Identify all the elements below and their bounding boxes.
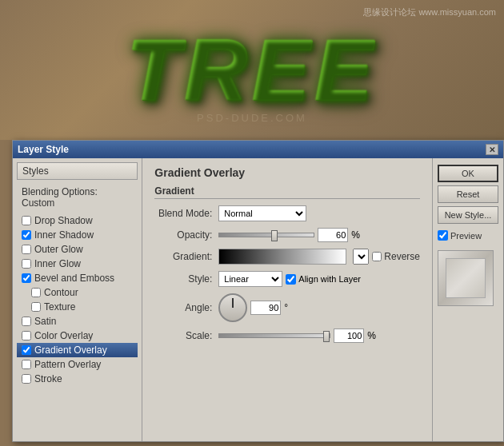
opacity-slider-thumb[interactable] xyxy=(271,230,278,241)
blending-header[interactable]: Blending Options: Custom xyxy=(17,184,138,211)
dialog-titlebar: Layer Style ✕ xyxy=(13,141,503,158)
left-panel: Styles Blending Options: Custom Drop Sha… xyxy=(13,158,142,441)
reset-button[interactable]: Reset xyxy=(438,185,498,203)
sidebar-item-outer-glow[interactable]: Outer Glow xyxy=(17,242,138,257)
gradient-label: Gradient: xyxy=(154,251,218,262)
sidebar-item-pattern-overlay[interactable]: Pattern Overlay xyxy=(17,357,138,372)
inner-shadow-check[interactable] xyxy=(22,230,31,240)
new-style-label: New Style... xyxy=(445,210,492,220)
sidebar-item-gradient-overlay[interactable]: Gradient Overlay xyxy=(17,343,138,357)
gradient-control: Reverse xyxy=(218,249,420,265)
stroke-check[interactable] xyxy=(22,374,31,384)
scale-slider-thumb[interactable] xyxy=(323,331,330,342)
drop-shadow-check[interactable] xyxy=(22,216,31,225)
bevel-emboss-check[interactable] xyxy=(22,273,31,283)
reverse-label: Reverse xyxy=(372,251,420,262)
blending-label: Blending Options: Custom xyxy=(22,186,98,209)
angle-dial[interactable] xyxy=(218,293,247,322)
preview-box-inner xyxy=(446,258,486,298)
stroke-label: Stroke xyxy=(34,373,62,384)
contour-check[interactable] xyxy=(31,288,41,297)
watermark-top: 思缘设计论坛 www.missyuan.com xyxy=(363,6,496,18)
panel-title: Gradient Overlay xyxy=(154,166,420,179)
preview-check[interactable] xyxy=(438,230,448,241)
section-title: Gradient xyxy=(154,185,420,199)
opacity-slider-track[interactable] xyxy=(218,233,314,237)
blend-mode-control: Normal Multiply Screen Overlay xyxy=(218,205,306,221)
opacity-unit: % xyxy=(351,229,360,241)
scale-slider-track[interactable] xyxy=(218,333,330,338)
style-row: Style: Linear Radial Angle Reflected Dia… xyxy=(154,271,420,287)
sidebar-item-bevel-emboss[interactable]: Bevel and Emboss xyxy=(17,271,138,285)
style-label: Style: xyxy=(154,273,218,285)
blend-mode-select[interactable]: Normal Multiply Screen Overlay xyxy=(218,205,306,221)
styles-label: Styles xyxy=(22,165,49,177)
texture-check[interactable] xyxy=(31,302,41,312)
ok-label: OK xyxy=(462,169,474,178)
outer-glow-label: Outer Glow xyxy=(34,244,83,255)
drop-shadow-label: Drop Shadow xyxy=(34,215,93,226)
inner-glow-label: Inner Glow xyxy=(34,258,81,269)
contour-label: Contour xyxy=(44,287,78,298)
style-control: Linear Radial Angle Reflected Diamond Al… xyxy=(218,271,361,287)
satin-check[interactable] xyxy=(22,317,31,326)
sidebar-item-contour[interactable]: Contour xyxy=(17,285,138,300)
gradient-dropdown[interactable] xyxy=(353,249,369,265)
scale-input[interactable] xyxy=(334,329,364,343)
texture-label: Texture xyxy=(44,301,75,313)
gradient-bar[interactable] xyxy=(218,249,346,265)
scale-unit: % xyxy=(367,330,376,341)
sidebar-item-stroke[interactable]: Stroke xyxy=(17,372,138,386)
sidebar-item-inner-shadow[interactable]: Inner Shadow xyxy=(17,228,138,242)
new-style-button[interactable]: New Style... xyxy=(438,206,498,224)
bevel-emboss-label: Bevel and Emboss xyxy=(34,273,114,284)
opacity-row: Opacity: % xyxy=(154,228,420,242)
gradient-overlay-check[interactable] xyxy=(22,345,31,355)
align-layer-check[interactable] xyxy=(286,274,296,285)
align-layer-label: Align with Layer xyxy=(286,274,361,285)
middle-panel: Gradient Overlay Gradient Blend Mode: No… xyxy=(142,158,432,441)
sidebar-item-inner-glow[interactable]: Inner Glow xyxy=(17,257,138,271)
color-overlay-label: Color Overlay xyxy=(34,330,93,341)
scale-slider-container: % xyxy=(218,329,376,343)
sidebar-item-drop-shadow[interactable]: Drop Shadow xyxy=(17,213,138,228)
watermark-bottom: PSD-DUDE.COM xyxy=(197,112,307,124)
gradient-row: Gradient: Reverse xyxy=(154,249,420,265)
gradient-overlay-label: Gradient Overlay xyxy=(34,344,107,356)
reverse-check[interactable] xyxy=(372,252,382,261)
inner-shadow-label: Inner Shadow xyxy=(34,229,94,241)
preview-label: Preview xyxy=(450,231,482,241)
angle-input[interactable] xyxy=(250,301,281,315)
inner-glow-check[interactable] xyxy=(22,259,31,269)
angle-row: Angle: ° xyxy=(154,293,420,322)
opacity-input[interactable] xyxy=(318,228,348,242)
styles-header[interactable]: Styles xyxy=(17,162,138,180)
blend-mode-label: Blend Mode: xyxy=(154,208,218,219)
outer-glow-check[interactable] xyxy=(22,245,31,254)
blend-mode-row: Blend Mode: Normal Multiply Screen Overl… xyxy=(154,205,420,221)
scale-row: Scale: % xyxy=(154,329,420,343)
opacity-label: Opacity: xyxy=(154,229,218,241)
sidebar-item-texture[interactable]: Texture xyxy=(17,300,138,314)
color-overlay-check[interactable] xyxy=(22,331,31,340)
style-select[interactable]: Linear Radial Angle Reflected Diamond xyxy=(218,271,282,287)
ok-button[interactable]: OK xyxy=(438,165,498,182)
scale-label: Scale: xyxy=(154,330,218,341)
pattern-overlay-check[interactable] xyxy=(22,360,31,369)
align-layer-text: Align with Layer xyxy=(298,274,361,284)
preview-box xyxy=(438,250,494,306)
dialog-title: Layer Style xyxy=(18,144,69,155)
layer-style-dialog: Layer Style ✕ Styles Blending Options: C… xyxy=(12,140,504,442)
dialog-body: Styles Blending Options: Custom Drop Sha… xyxy=(13,158,503,441)
opacity-slider-container: % xyxy=(218,228,360,242)
reverse-text: Reverse xyxy=(384,251,420,262)
satin-label: Satin xyxy=(34,316,56,327)
close-button[interactable]: ✕ xyxy=(486,144,498,155)
reset-label: Reset xyxy=(457,189,480,199)
sidebar-item-satin[interactable]: Satin xyxy=(17,314,138,329)
preview-area: TREE 思缘设计论坛 www.missyuan.com PSD-DUDE.CO… xyxy=(0,0,504,140)
angle-control: ° xyxy=(218,293,288,322)
preview-row: Preview xyxy=(438,230,498,241)
sidebar-item-color-overlay[interactable]: Color Overlay xyxy=(17,329,138,343)
angle-unit: ° xyxy=(284,302,288,313)
